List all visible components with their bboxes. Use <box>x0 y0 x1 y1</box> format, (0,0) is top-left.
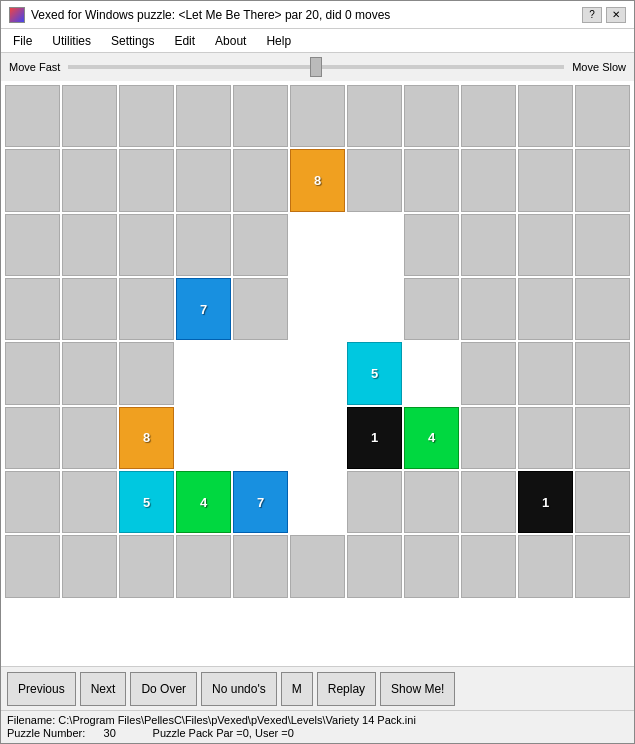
grid-cell-r2-c1[interactable] <box>62 214 117 276</box>
grid-cell-r4-c9[interactable] <box>518 342 573 404</box>
grid-cell-r0-c5[interactable] <box>290 85 345 147</box>
grid-cell-r6-c7[interactable] <box>404 471 459 533</box>
grid-cell-r4-c1[interactable] <box>62 342 117 404</box>
grid-cell-r4-c2[interactable] <box>119 342 174 404</box>
grid-cell-r8-c2 <box>119 600 174 662</box>
next-button[interactable]: Next <box>80 672 127 706</box>
grid-cell-r6-c0[interactable] <box>5 471 60 533</box>
grid-cell-r1-c5[interactable]: 8 <box>290 149 345 211</box>
grid-cell-r5-c2[interactable]: 8 <box>119 407 174 469</box>
grid-cell-r1-c2[interactable] <box>119 149 174 211</box>
menu-utilities[interactable]: Utilities <box>48 33 95 49</box>
grid-cell-r1-c3[interactable] <box>176 149 231 211</box>
grid-cell-r6-c1[interactable] <box>62 471 117 533</box>
grid-cell-r3-c3[interactable]: 7 <box>176 278 231 340</box>
menu-about[interactable]: About <box>211 33 250 49</box>
grid-cell-r6-c2[interactable]: 5 <box>119 471 174 533</box>
grid-cell-r3-c0[interactable] <box>5 278 60 340</box>
previous-button[interactable]: Previous <box>7 672 76 706</box>
grid-cell-r3-c8[interactable] <box>461 278 516 340</box>
grid-cell-r4-c10[interactable] <box>575 342 630 404</box>
grid-cell-r5-c10[interactable] <box>575 407 630 469</box>
grid-cell-r4-c8[interactable] <box>461 342 516 404</box>
grid-cell-r8-c8 <box>461 600 516 662</box>
game-area: 8758145471 <box>1 81 634 666</box>
grid-cell-r1-c1[interactable] <box>62 149 117 211</box>
grid-cell-r7-c10[interactable] <box>575 535 630 597</box>
grid-cell-r7-c4[interactable] <box>233 535 288 597</box>
grid-cell-r0-c4[interactable] <box>233 85 288 147</box>
grid-cell-r0-c1[interactable] <box>62 85 117 147</box>
grid-cell-r1-c10[interactable] <box>575 149 630 211</box>
grid-cell-r2-c9[interactable] <box>518 214 573 276</box>
grid-cell-r7-c8[interactable] <box>461 535 516 597</box>
grid-cell-r2-c2[interactable] <box>119 214 174 276</box>
grid-cell-r5-c9[interactable] <box>518 407 573 469</box>
grid-cell-r5-c4 <box>233 407 288 469</box>
grid-cell-r0-c2[interactable] <box>119 85 174 147</box>
grid-cell-r8-c7 <box>404 600 459 662</box>
grid-cell-r3-c2[interactable] <box>119 278 174 340</box>
grid-cell-r1-c4[interactable] <box>233 149 288 211</box>
grid-cell-r7-c6[interactable] <box>347 535 402 597</box>
grid-cell-r4-c6[interactable]: 5 <box>347 342 402 404</box>
menu-edit[interactable]: Edit <box>170 33 199 49</box>
grid-cell-r5-c5 <box>290 407 345 469</box>
grid-cell-r0-c10[interactable] <box>575 85 630 147</box>
grid-cell-r0-c7[interactable] <box>404 85 459 147</box>
menu-settings[interactable]: Settings <box>107 33 158 49</box>
grid-cell-r6-c10[interactable] <box>575 471 630 533</box>
grid-cell-r5-c0[interactable] <box>5 407 60 469</box>
grid-cell-r2-c8[interactable] <box>461 214 516 276</box>
grid-cell-r4-c0[interactable] <box>5 342 60 404</box>
grid-cell-r0-c6[interactable] <box>347 85 402 147</box>
grid-cell-r7-c7[interactable] <box>404 535 459 597</box>
close-button[interactable]: ✕ <box>606 7 626 23</box>
grid-cell-r1-c8[interactable] <box>461 149 516 211</box>
grid-cell-r2-c0[interactable] <box>5 214 60 276</box>
grid-cell-r3-c9[interactable] <box>518 278 573 340</box>
grid-cell-r5-c1[interactable] <box>62 407 117 469</box>
grid-cell-r3-c10[interactable] <box>575 278 630 340</box>
grid-cell-r0-c3[interactable] <box>176 85 231 147</box>
grid-cell-r2-c7[interactable] <box>404 214 459 276</box>
grid-cell-r6-c5 <box>290 471 345 533</box>
grid-cell-r7-c2[interactable] <box>119 535 174 597</box>
grid-cell-r3-c4[interactable] <box>233 278 288 340</box>
replay-button[interactable]: Replay <box>317 672 376 706</box>
m-button[interactable]: M <box>281 672 313 706</box>
grid-cell-r6-c6[interactable] <box>347 471 402 533</box>
grid-cell-r6-c8[interactable] <box>461 471 516 533</box>
menu-file[interactable]: File <box>9 33 36 49</box>
grid-cell-r1-c9[interactable] <box>518 149 573 211</box>
grid-cell-r1-c0[interactable] <box>5 149 60 211</box>
menu-help[interactable]: Help <box>262 33 295 49</box>
grid-cell-r7-c9[interactable] <box>518 535 573 597</box>
grid-cell-r1-c6[interactable] <box>347 149 402 211</box>
grid-cell-r3-c7[interactable] <box>404 278 459 340</box>
grid-cell-r7-c5[interactable] <box>290 535 345 597</box>
grid-cell-r5-c6[interactable]: 1 <box>347 407 402 469</box>
grid-cell-r1-c7[interactable] <box>404 149 459 211</box>
grid-cell-r7-c1[interactable] <box>62 535 117 597</box>
grid-cell-r8-c1 <box>62 600 117 662</box>
grid-cell-r5-c7[interactable]: 4 <box>404 407 459 469</box>
show-me-button[interactable]: Show Me! <box>380 672 455 706</box>
help-button[interactable]: ? <box>582 7 602 23</box>
grid-cell-r5-c8[interactable] <box>461 407 516 469</box>
speed-slider[interactable] <box>68 65 564 69</box>
grid-cell-r0-c0[interactable] <box>5 85 60 147</box>
grid-cell-r6-c3[interactable]: 4 <box>176 471 231 533</box>
grid-cell-r7-c3[interactable] <box>176 535 231 597</box>
grid-cell-r2-c4[interactable] <box>233 214 288 276</box>
do-over-button[interactable]: Do Over <box>130 672 197 706</box>
grid-cell-r0-c9[interactable] <box>518 85 573 147</box>
grid-cell-r2-c3[interactable] <box>176 214 231 276</box>
grid-cell-r6-c9[interactable]: 1 <box>518 471 573 533</box>
grid-cell-r7-c0[interactable] <box>5 535 60 597</box>
grid-cell-r3-c1[interactable] <box>62 278 117 340</box>
grid-cell-r0-c8[interactable] <box>461 85 516 147</box>
grid-cell-r6-c4[interactable]: 7 <box>233 471 288 533</box>
grid-cell-r2-c10[interactable] <box>575 214 630 276</box>
no-undos-button[interactable]: No undo's <box>201 672 277 706</box>
